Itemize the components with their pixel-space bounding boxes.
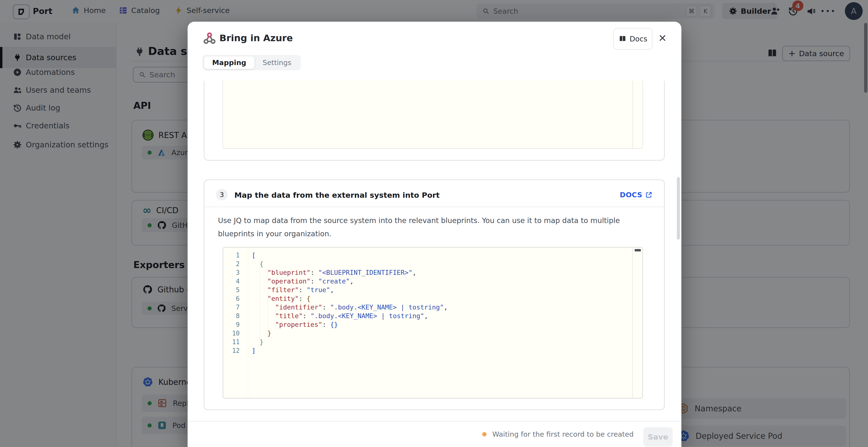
code-line: 9 "properties": {} [223, 320, 642, 329]
step-header-divider [205, 207, 664, 207]
webhook-icon [203, 31, 217, 45]
indent-guide [276, 303, 276, 329]
save-button[interactable]: Save [643, 427, 673, 447]
step-2-card-partial [204, 81, 665, 161]
bring-in-azure-modal: Bring in Azure Docs ✕ Mapping Settings 3… [188, 22, 681, 447]
step-docs-link[interactable]: DOCS [620, 191, 652, 199]
footer-status-text: Waiting for the first record to be creat… [492, 430, 633, 438]
editor-scrollbar-thumb[interactable] [634, 249, 641, 251]
mapping-code-editor[interactable]: 1[2 {3 "blueprint": "<BLUEPRINT_IDENTIFI… [222, 247, 643, 399]
docs-button-label: Docs [629, 35, 647, 43]
step-number-badge: 3 [216, 189, 227, 200]
step-2-code-editor[interactable] [222, 81, 643, 149]
modal-body: 3 Map the data from the external system … [188, 81, 681, 421]
close-icon[interactable]: ✕ [658, 33, 667, 43]
step-description: Use JQ to map data from the source syste… [218, 214, 652, 240]
code-line: 1[ [223, 251, 642, 260]
modal-scrollbar-thumb[interactable] [677, 177, 680, 240]
step-3-card: 3 Map the data from the external system … [204, 179, 665, 410]
external-link-icon [645, 191, 652, 199]
code-lines: 1[2 {3 "blueprint": "<BLUEPRINT_IDENTIFI… [223, 251, 642, 355]
book-icon [618, 35, 627, 43]
code-line: 7 "identifier": ".body.<KEY_NAME> | tost… [223, 303, 642, 312]
code-line: 10 } [223, 329, 642, 338]
editor-scrollbar-track [632, 81, 633, 148]
code-line: 8 "title": ".body.<KEY_NAME> | tostring"… [223, 312, 642, 320]
indent-guide [268, 268, 268, 338]
code-line: 4 "operation": "create", [223, 277, 642, 286]
status-dot-orange [482, 432, 487, 437]
step-docs-label: DOCS [620, 191, 642, 199]
code-line: 12] [223, 346, 642, 355]
code-line: 2 { [223, 260, 642, 268]
tab-settings[interactable]: Settings [254, 56, 300, 69]
screen: Port Home Catalog Self-service Search ⌘ … [0, 0, 868, 447]
modal-title: Bring in Azure [219, 33, 293, 43]
code-line: 5 "filter": "true", [223, 286, 642, 294]
modal-footer: Waiting for the first record to be creat… [188, 421, 681, 447]
code-line: 3 "blueprint": "<BLUEPRINT_IDENTIFIER>", [223, 268, 642, 277]
docs-button[interactable]: Docs [613, 28, 652, 49]
modal-tabs: Mapping Settings [203, 55, 301, 70]
tab-mapping[interactable]: Mapping [204, 56, 254, 69]
code-line: 11 } [223, 338, 642, 346]
editor-scrollbar-track [632, 248, 633, 398]
code-line: 6 "entity": { [223, 294, 642, 303]
step-title: Map the data from the external system in… [235, 191, 439, 199]
